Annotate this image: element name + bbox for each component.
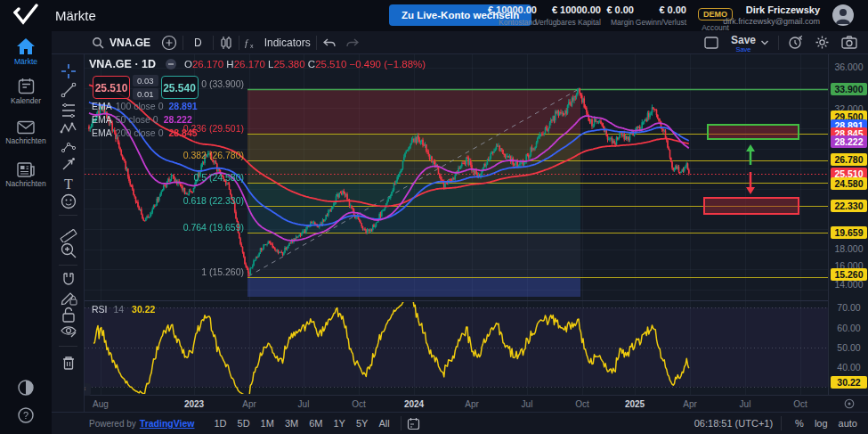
timeframe-1y[interactable]: 1Y xyxy=(328,416,350,430)
timeframe-all[interactable]: All xyxy=(373,416,394,430)
hide-drawings-eye-icon[interactable] xyxy=(59,322,78,341)
settings-gear-icon[interactable] xyxy=(815,35,830,50)
camera-snapshot-icon[interactable] xyxy=(841,36,857,49)
ohlc-key: C xyxy=(308,59,315,70)
price-label-box: 15.260 xyxy=(831,268,867,281)
add-symbol-icon[interactable] xyxy=(161,35,177,51)
indicators-fx-icon[interactable]: f x xyxy=(245,37,261,49)
timeframe-1d[interactable]: 1D xyxy=(208,416,231,430)
timeframe-1m[interactable]: 1M xyxy=(256,416,280,430)
toolbar-separator xyxy=(59,215,77,216)
rsi-tick: 50.00 xyxy=(831,341,867,354)
save-button[interactable]: Save xyxy=(731,34,756,46)
svg-text:f: f xyxy=(245,37,249,48)
fib-retracement-tool-icon[interactable] xyxy=(59,101,78,120)
time-axis[interactable]: Aug2023AprJulOct2024AprJulOct2025AprJulO… xyxy=(85,395,868,412)
legend-symbol[interactable]: VNA.GE · 1D xyxy=(89,58,156,70)
sidebar-item-nachrichten-3[interactable]: Nachrichten xyxy=(0,162,52,188)
timeframe-6m[interactable]: 6M xyxy=(304,416,328,430)
redo-icon[interactable] xyxy=(345,37,360,48)
theme-toggle-icon[interactable] xyxy=(0,379,52,397)
timeframe-5d[interactable]: 5D xyxy=(232,416,256,430)
spread: 0.03 0.01 xyxy=(133,75,158,100)
account-stat: € 0.00Gewinn/Verlust xyxy=(636,4,686,27)
rsi-name[interactable]: RSI xyxy=(92,304,108,315)
price-label-box: 24.580 xyxy=(831,177,867,190)
timeframe-5y[interactable]: 5Y xyxy=(351,416,373,430)
bottom-bar: Powered by TradingView 1D5D1M3M6M1Y5YAll… xyxy=(52,412,868,434)
buy-price-button[interactable]: 25.540 xyxy=(161,76,199,99)
emoji-tool-icon[interactable] xyxy=(59,192,78,211)
timeframe-3m[interactable]: 3M xyxy=(280,416,304,430)
avatar[interactable] xyxy=(832,4,854,26)
symbol-name[interactable]: VNA.GE xyxy=(110,37,150,49)
crosshair-tool-icon[interactable] xyxy=(59,61,78,81)
interval-button[interactable]: D xyxy=(189,37,207,49)
scales-settings-icon[interactable] xyxy=(844,398,855,409)
change-value: −0.490 (−1.88%) xyxy=(350,59,426,70)
time-tick: Apr xyxy=(465,399,479,409)
price-label-box: 19.659 xyxy=(831,226,867,239)
fib-level-label: 1 (15.260) xyxy=(85,266,244,277)
save-control[interactable]: Save Save xyxy=(731,31,756,53)
time-tick: 2025 xyxy=(625,399,645,409)
arrow-marker-tool-icon[interactable] xyxy=(59,154,78,174)
clock[interactable]: 06:18:51 (UTC+1) xyxy=(694,418,773,429)
time-tick: Oct xyxy=(352,399,366,409)
save-sub-label: Save xyxy=(731,45,756,53)
trendline-tool-icon[interactable] xyxy=(59,80,78,100)
symbol-search-icon[interactable] xyxy=(92,37,104,49)
zoom-in-tool-icon[interactable] xyxy=(59,241,78,260)
page-title: Märkte xyxy=(55,8,96,23)
price-axis[interactable]: 36.00032.00018.00016.00014.00033.90029.5… xyxy=(828,54,868,395)
fib-level-label: 0.764 (19.659) xyxy=(85,222,244,233)
sidebar-item-märkte-0[interactable]: Märkte xyxy=(0,37,52,66)
remove-drawings-trash-icon[interactable] xyxy=(59,353,78,373)
chart-style-icon[interactable] xyxy=(219,36,233,50)
time-tick: Jul xyxy=(740,399,751,409)
sidebar-item-nachrichten-2[interactable]: Nachrichten xyxy=(0,120,52,145)
user-info[interactable]: Dirk Friczewsky dirk.friczewsky@gmail.co… xyxy=(723,4,820,26)
price-label-box: 28.222 xyxy=(831,135,867,148)
time-tick: Jul xyxy=(298,399,310,409)
help-icon[interactable]: ? xyxy=(0,406,52,424)
auto-scale-button[interactable]: auto xyxy=(833,416,863,430)
xabcd-pattern-tool-icon[interactable] xyxy=(59,119,78,138)
magnet-tool-icon[interactable] xyxy=(59,270,78,290)
spread-top: 0.03 xyxy=(133,75,158,86)
alert-icon[interactable] xyxy=(788,35,803,50)
account-stat: € 0.00Margin xyxy=(606,4,634,27)
sell-price-button[interactable]: 25.510 xyxy=(93,76,130,99)
go-to-date-icon[interactable] xyxy=(407,417,420,430)
percent-scale-button[interactable]: % xyxy=(790,416,809,430)
account-stat: € 10000.00Verfügbares Kapital xyxy=(535,4,601,27)
chart-area[interactable]: 36.00032.00018.00016.00014.00033.90029.5… xyxy=(85,54,868,412)
time-tick: Apr xyxy=(683,399,697,409)
time-tick: Oct xyxy=(793,399,807,409)
chevron-down-icon[interactable] xyxy=(760,39,769,46)
forecast-tool-icon[interactable] xyxy=(59,136,78,156)
tradingview-link[interactable]: TradingView xyxy=(140,418,195,429)
log-scale-button[interactable]: log xyxy=(809,416,833,430)
time-tick: Jul xyxy=(522,399,533,409)
trading-app: Märkte Zu Live-Konto wechseln € 10000.00… xyxy=(0,0,868,434)
hide-source-icon[interactable] xyxy=(165,58,177,70)
measure-tool-icon[interactable] xyxy=(59,223,78,242)
top-bar: Märkte Zu Live-Konto wechseln € 10000.00… xyxy=(0,0,868,31)
svg-text:T: T xyxy=(64,176,73,192)
time-tick: 2024 xyxy=(404,399,424,409)
ema-legend-row[interactable]: EMA50 close 028.222 xyxy=(92,113,192,126)
app-logo-icon[interactable] xyxy=(12,4,39,27)
undo-icon[interactable] xyxy=(322,37,337,48)
price-label-box: 26.780 xyxy=(831,153,867,166)
user-name: Dirk Friczewsky xyxy=(723,4,820,15)
sell-buy-widget: 25.510 0.03 0.01 25.540 xyxy=(93,75,199,100)
person-icon xyxy=(832,4,854,26)
indicators-button[interactable]: Indicators xyxy=(264,37,311,49)
ema-legend-row[interactable]: EMA100 close 028.891 xyxy=(92,100,198,112)
layout-panel-icon[interactable] xyxy=(704,37,718,49)
text-tool-icon[interactable]: T xyxy=(59,174,78,193)
ema-legend-row[interactable]: EMA200 close 028.845 xyxy=(92,127,198,139)
sidebar-item-kalender-1[interactable]: Kalender xyxy=(0,78,52,105)
drawing-toolbar: T xyxy=(52,54,85,412)
